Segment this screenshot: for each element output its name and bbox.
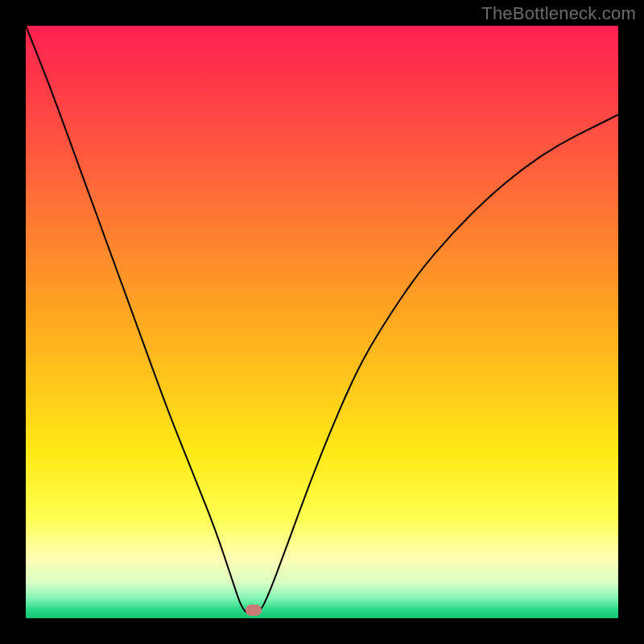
plot-area — [26, 26, 618, 618]
optimal-point-marker — [246, 605, 262, 616]
bottleneck-curve — [26, 26, 618, 618]
watermark-text: TheBottleneck.com — [481, 3, 636, 24]
chart-frame: TheBottleneck.com — [0, 0, 644, 644]
